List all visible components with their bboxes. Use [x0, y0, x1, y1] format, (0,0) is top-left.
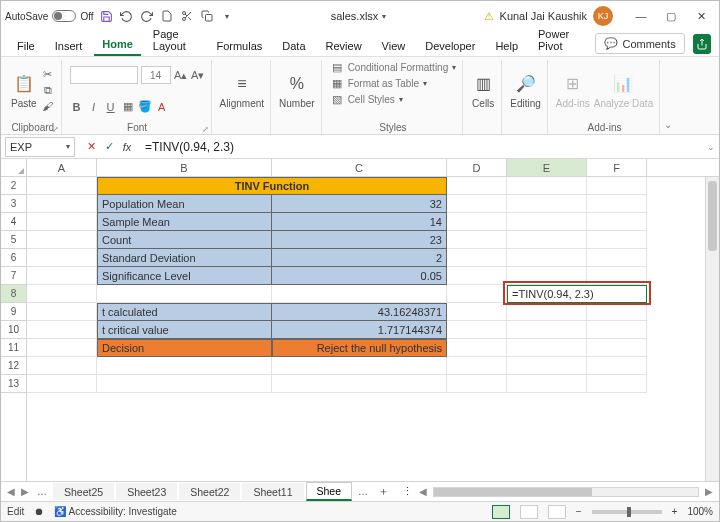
cell-value[interactable]: 1.717144374	[272, 321, 447, 339]
sheet-nav-next-icon[interactable]: ▶	[19, 486, 31, 497]
cell[interactable]	[447, 231, 507, 249]
cell-value[interactable]: 43.16248371	[272, 303, 447, 321]
new-file-icon[interactable]	[160, 9, 174, 23]
cell-label[interactable]: Population Mean	[97, 195, 272, 213]
cell[interactable]	[97, 357, 272, 375]
save-icon[interactable]	[100, 9, 114, 23]
file-name[interactable]: sales.xlsx	[331, 10, 379, 22]
col-header-e[interactable]: E	[507, 159, 587, 176]
cell[interactable]	[447, 339, 507, 357]
cell[interactable]	[27, 177, 97, 195]
alignment-button[interactable]: ≡Alignment	[220, 72, 264, 109]
hscroll-right-icon[interactable]: ▶	[703, 486, 715, 497]
cell[interactable]	[27, 267, 97, 285]
undo-icon[interactable]	[120, 9, 134, 23]
cut-icon[interactable]	[180, 9, 194, 23]
cell[interactable]	[27, 357, 97, 375]
tab-home[interactable]: Home	[94, 34, 141, 56]
analyze-data-button[interactable]: 📊Analyze Data	[594, 72, 653, 109]
cell[interactable]	[587, 375, 647, 393]
font-name-dropdown[interactable]	[70, 66, 138, 84]
fx-button[interactable]: fx	[119, 139, 135, 155]
row-header[interactable]: 2	[1, 177, 26, 195]
sheet-tab-active[interactable]: Shee	[306, 482, 353, 501]
cell[interactable]	[587, 249, 647, 267]
accessibility-status[interactable]: ♿ Accessibility: Investigate	[54, 506, 177, 517]
cell-styles-button[interactable]: ▧Cell Styles▾	[330, 92, 403, 106]
cell[interactable]	[507, 339, 587, 357]
cell[interactable]	[272, 375, 447, 393]
row-header[interactable]: 8	[1, 285, 26, 303]
col-header-b[interactable]: B	[97, 159, 272, 176]
cell[interactable]	[507, 357, 587, 375]
cell[interactable]	[447, 213, 507, 231]
cell[interactable]	[447, 357, 507, 375]
cell[interactable]	[507, 321, 587, 339]
cell[interactable]	[27, 339, 97, 357]
row-header[interactable]: 6	[1, 249, 26, 267]
cell[interactable]	[447, 267, 507, 285]
page-layout-view-button[interactable]	[520, 505, 538, 519]
row-header[interactable]: 13	[1, 375, 26, 393]
format-as-table-button[interactable]: ▦Format as Table▾	[330, 76, 428, 90]
cell[interactable]	[507, 213, 587, 231]
tab-page-layout[interactable]: Page Layout	[145, 24, 205, 56]
cell[interactable]	[587, 231, 647, 249]
active-cell[interactable]: =TINV(0.94, 2.3)	[507, 285, 647, 303]
sheet-nav-prev-icon[interactable]: ◀	[5, 486, 17, 497]
cell-value[interactable]: 0.05	[272, 267, 447, 285]
border-icon[interactable]: ▦	[121, 100, 135, 114]
cell[interactable]	[507, 375, 587, 393]
cell[interactable]	[507, 177, 587, 195]
cell[interactable]	[507, 303, 587, 321]
row-header[interactable]: 3	[1, 195, 26, 213]
bold-icon[interactable]: B	[70, 100, 84, 114]
copy-icon[interactable]	[200, 9, 214, 23]
cell-value[interactable]: 2	[272, 249, 447, 267]
format-painter-icon[interactable]: 🖌	[41, 99, 55, 113]
cell-label[interactable]: Standard Deviation	[97, 249, 272, 267]
cell-label[interactable]: Count	[97, 231, 272, 249]
cell[interactable]	[272, 285, 447, 303]
normal-view-button[interactable]	[492, 505, 510, 519]
filename-dropdown-icon[interactable]: ▾	[382, 12, 386, 21]
zoom-out-button[interactable]: −	[576, 506, 582, 517]
row-header[interactable]: 5	[1, 231, 26, 249]
editing-button[interactable]: 🔎Editing	[510, 72, 541, 109]
cell[interactable]	[507, 249, 587, 267]
name-box[interactable]: EXP▾	[5, 137, 75, 157]
addins-button[interactable]: ⊞Add-ins	[556, 72, 590, 109]
cell-label[interactable]: Significance Level	[97, 267, 272, 285]
tab-view[interactable]: View	[374, 36, 414, 56]
cell[interactable]	[447, 249, 507, 267]
tab-developer[interactable]: Developer	[417, 36, 483, 56]
tab-help[interactable]: Help	[487, 36, 526, 56]
row-header[interactable]: 10	[1, 321, 26, 339]
vertical-scrollbar[interactable]	[705, 177, 719, 481]
copy-icon[interactable]: ⧉	[41, 83, 55, 97]
cancel-formula-button[interactable]: ✕	[83, 139, 99, 155]
cell[interactable]	[447, 321, 507, 339]
close-button[interactable]: ✕	[687, 6, 715, 26]
font-color-icon[interactable]: A	[155, 100, 169, 114]
user-avatar[interactable]: KJ	[593, 6, 613, 26]
font-size-dropdown[interactable]: 14	[141, 66, 171, 84]
row-header[interactable]: 12	[1, 357, 26, 375]
cell[interactable]	[27, 321, 97, 339]
cell[interactable]	[587, 177, 647, 195]
cell[interactable]	[97, 375, 272, 393]
sheet-tab[interactable]: Sheet25	[53, 483, 114, 500]
cell[interactable]	[27, 303, 97, 321]
autosave-toggle[interactable]: AutoSave Off	[5, 10, 94, 22]
maximize-button[interactable]: ▢	[657, 6, 685, 26]
cell-label[interactable]: t critical value	[97, 321, 272, 339]
comments-button[interactable]: 💬 Comments	[595, 33, 684, 54]
minimize-button[interactable]: —	[627, 6, 655, 26]
increase-font-icon[interactable]: A▴	[174, 68, 188, 82]
cell[interactable]	[27, 285, 97, 303]
sheet-nav-more-icon[interactable]: …	[33, 486, 51, 497]
cell-value[interactable]: 32	[272, 195, 447, 213]
cell[interactable]	[27, 249, 97, 267]
redo-icon[interactable]	[140, 9, 154, 23]
add-sheet-button[interactable]: ＋	[374, 484, 392, 499]
